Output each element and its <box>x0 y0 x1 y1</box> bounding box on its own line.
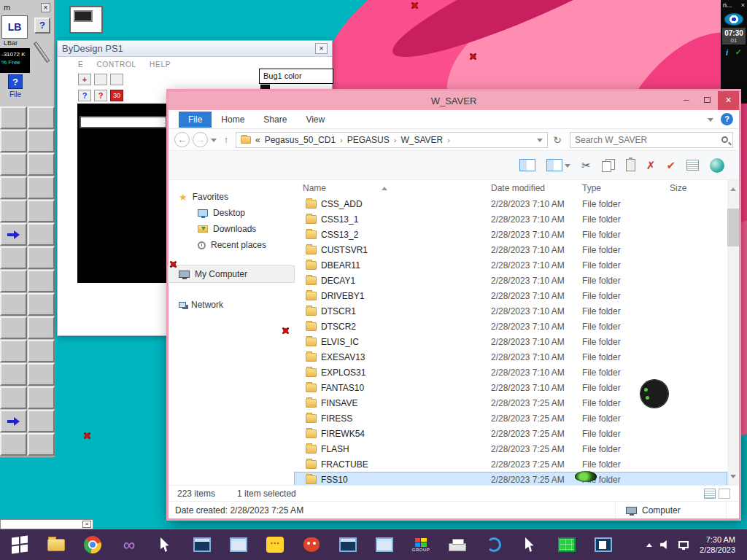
table-row[interactable]: EXESAV13 2/28/2023 7:10 AM File folder <box>294 349 727 365</box>
taskbar-app-window-4[interactable] <box>372 532 397 557</box>
tool-button[interactable] <box>0 293 27 316</box>
preview-pane-icon[interactable] <box>519 159 535 171</box>
taskbar-pointer-app[interactable] <box>153 532 178 557</box>
tool-button[interactable] <box>0 270 27 292</box>
knife-tool-icon[interactable] <box>32 38 53 69</box>
canvas-input-box[interactable] <box>80 116 167 128</box>
menu-item-file[interactable]: E <box>78 61 83 69</box>
tool-button[interactable] <box>0 176 27 199</box>
help-icon[interactable]: ? <box>721 113 733 125</box>
tool-button[interactable] <box>0 200 27 222</box>
taskbar-visual-studio[interactable]: ∞ <box>117 532 142 557</box>
taskbar-group-app[interactable]: GROUP <box>409 532 433 557</box>
sidebar-item-favorites[interactable]: ★ Favorites <box>169 189 294 205</box>
copy-icon[interactable] <box>602 159 615 171</box>
history-dropdown-icon[interactable] <box>211 139 217 145</box>
taskbar-clock[interactable]: 7:30 AM 2/28/2023 <box>700 534 735 556</box>
taskbar-file-explorer[interactable] <box>44 532 69 557</box>
search-box[interactable] <box>570 132 733 148</box>
table-row[interactable]: DECAY1 2/28/2023 7:10 AM File folder <box>294 273 727 288</box>
table-row[interactable]: FSS10 2/28/2023 7:25 AM File folder <box>294 472 727 485</box>
close-icon[interactable]: × <box>315 43 328 54</box>
network-icon[interactable] <box>678 541 689 548</box>
tool-button[interactable] <box>0 433 27 456</box>
tool-button[interactable] <box>0 153 27 176</box>
tool-button[interactable] <box>28 246 55 269</box>
delete-icon[interactable]: ✗ <box>646 159 656 172</box>
taskbar-green-grid-app[interactable] <box>554 532 579 557</box>
thumbnail-view-icon[interactable] <box>719 489 730 499</box>
minimized-window[interactable] <box>69 6 103 34</box>
table-row[interactable]: ELVIS_IC 2/28/2023 7:10 AM File folder <box>294 334 727 349</box>
grid-tool-icon[interactable]: + <box>78 74 91 85</box>
taskbar-app-window-3[interactable] <box>336 532 360 557</box>
table-row[interactable]: DRIVEBY1 2/28/2023 7:10 AM File folder <box>294 288 727 303</box>
table-row[interactable]: FRACTUBE 2/28/2023 7:25 AM File folder <box>294 456 727 472</box>
ribbon-collapse-icon[interactable] <box>708 118 713 125</box>
volume-icon[interactable] <box>660 540 670 549</box>
table-row[interactable]: CSS_ADD 2/28/2023 7:10 AM File folder <box>294 196 727 211</box>
tool-button[interactable] <box>28 130 55 152</box>
tool-button[interactable] <box>28 410 55 432</box>
warning-tool-icon[interactable]: ? <box>94 90 107 101</box>
taskbar-app-window-1[interactable] <box>190 532 214 557</box>
address-dropdown-icon[interactable] <box>537 139 543 145</box>
window-fragment[interactable]: × <box>0 519 93 529</box>
bydesign-titlebar[interactable]: ByDesign PS1 × <box>58 41 332 57</box>
confirm-icon[interactable]: ✔ <box>666 159 676 172</box>
sidebar-item-my-computer[interactable]: My Computer <box>169 266 294 282</box>
column-header-date-modified[interactable]: Date modified <box>491 183 582 193</box>
tool-button[interactable] <box>28 153 55 176</box>
bug1-color-popup[interactable]: Bug1 color <box>259 69 333 84</box>
tool-button[interactable] <box>0 130 27 152</box>
tool-icon[interactable] <box>110 74 123 85</box>
tab-share[interactable]: Share <box>254 112 296 128</box>
close-button[interactable]: × <box>718 91 739 110</box>
tool-button[interactable] <box>0 106 27 129</box>
close-icon[interactable]: × <box>82 521 91 528</box>
scroll-down-icon[interactable] <box>730 475 736 481</box>
paste-icon[interactable] <box>626 159 635 171</box>
sidebar-item-recent-places[interactable]: Recent places <box>169 237 294 253</box>
tab-home[interactable]: Home <box>212 112 254 128</box>
tool-button[interactable] <box>0 223 27 246</box>
sidebar-item-network[interactable]: Network <box>169 297 294 313</box>
table-row[interactable]: FIREWK54 2/28/2023 7:25 AM File folder <box>294 426 727 441</box>
back-button[interactable]: ← <box>174 132 190 147</box>
vertical-scrollbar[interactable] <box>727 180 739 485</box>
tab-file[interactable]: File <box>179 112 212 128</box>
tool-button[interactable] <box>0 246 27 269</box>
lbar-titlebar[interactable]: m × <box>0 0 54 15</box>
taskbar-app-window-2[interactable] <box>226 532 251 557</box>
column-header-name[interactable]: Name <box>294 183 491 193</box>
taskbar-app-window-5[interactable] <box>591 532 616 557</box>
hidden-icons-button[interactable] <box>646 540 652 547</box>
tool-button[interactable] <box>0 316 27 339</box>
table-row[interactable]: FLASH 2/28/2023 7:25 AM File folder <box>294 441 727 456</box>
sidebar-item-downloads[interactable]: Downloads <box>169 221 294 237</box>
details-view-icon[interactable] <box>704 489 716 499</box>
breadcrumb-item[interactable]: W_SAVER <box>400 135 443 145</box>
close-icon[interactable]: × <box>741 1 745 9</box>
file-tool-button[interactable]: ? File <box>1 74 29 105</box>
taskbar-devil-app[interactable] <box>299 532 324 557</box>
scroll-up-icon[interactable] <box>730 184 736 191</box>
info-icon[interactable]: i <box>726 48 728 57</box>
table-row[interactable]: FIRESS 2/28/2023 7:25 AM File folder <box>294 411 727 426</box>
tool-button[interactable] <box>28 106 55 129</box>
up-button[interactable]: ↑ <box>220 134 233 145</box>
help-button[interactable]: ? <box>34 18 50 34</box>
tool-button[interactable] <box>28 176 55 199</box>
details-pane-button[interactable] <box>546 159 570 171</box>
sidebar-item-desktop[interactable]: Desktop <box>169 205 294 221</box>
scrollbar-thumb[interactable] <box>727 209 739 246</box>
tool-button[interactable] <box>28 363 55 386</box>
table-row[interactable]: CUSTSVR1 2/28/2023 7:10 AM File folder <box>294 242 727 257</box>
tool-button[interactable] <box>0 340 27 362</box>
tool-button[interactable] <box>28 433 55 456</box>
table-row[interactable]: CSS13_1 2/28/2023 7:10 AM File folder <box>294 211 727 227</box>
tool-button[interactable] <box>28 340 55 362</box>
table-row[interactable]: DTSCR2 2/28/2023 7:10 AM File folder <box>294 319 727 334</box>
taskbar-pointer-app-2[interactable] <box>518 532 543 557</box>
breadcrumb-item[interactable]: PEGASUS <box>347 135 390 145</box>
